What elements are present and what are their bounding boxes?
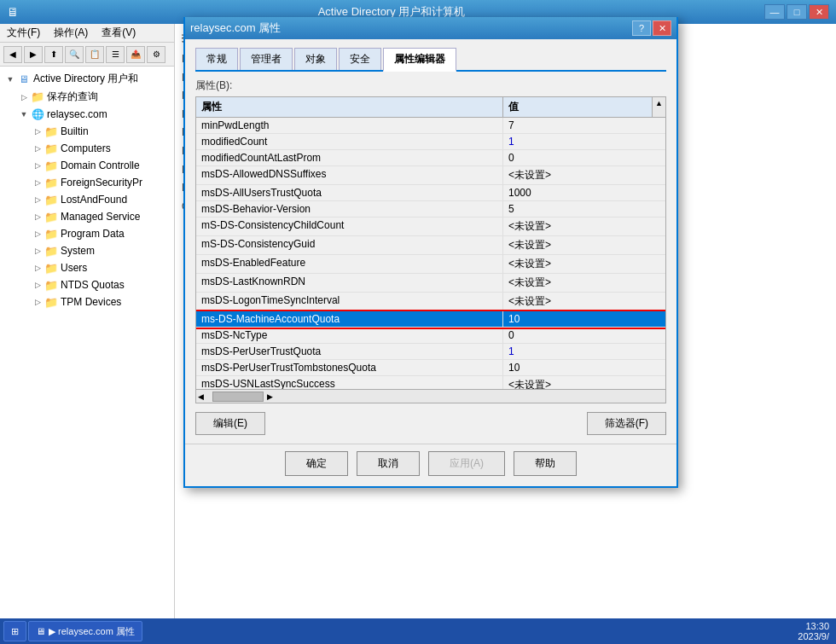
- attr-row-9[interactable]: msDS-LastKnownRDN<未设置>: [196, 274, 665, 293]
- tree-item-dc[interactable]: ▷ 📁 Domain Controlle: [0, 157, 174, 174]
- scroll-thumb[interactable]: [212, 392, 264, 402]
- edit-button[interactable]: 编辑(E): [195, 412, 265, 435]
- dialog-title-text: relaysec.com 属性: [190, 20, 281, 36]
- tab-security[interactable]: 安全: [339, 48, 381, 70]
- attr-name-14: msDS-PerUserTrustTombstonesQuota: [196, 360, 503, 375]
- attr-name-3: msDS-AllowedDNSSuffixes: [196, 166, 503, 184]
- attr-row-1[interactable]: modifiedCount1: [196, 134, 665, 150]
- tree-item-builtin[interactable]: ▷ 📁 Builtin: [0, 123, 174, 140]
- attr-name-7: mS-DS-ConsistencyGuid: [196, 236, 503, 254]
- tree-item-saved[interactable]: ▷ 📁 保存的查询: [0, 88, 174, 106]
- attr-name-13: msDS-PerUserTrustQuota: [196, 344, 503, 359]
- tab-object[interactable]: 对象: [294, 48, 337, 70]
- attr-row-15[interactable]: msDS-USNLastSyncSuccess<未设置>: [196, 376, 665, 389]
- expander-builtin: ▷: [31, 125, 44, 138]
- properties-dialog: relaysec.com 属性 ? ✕ 常规 管理者 对象 安全 属性编辑器 属…: [183, 17, 678, 488]
- attr-value-5: 5: [503, 201, 665, 217]
- folder-system-icon: 📁: [44, 244, 58, 258]
- dialog-close-button[interactable]: ✕: [653, 20, 671, 36]
- expander-dc: ▷: [31, 159, 44, 172]
- back-button[interactable]: ◀: [3, 46, 22, 63]
- tree-item-tpm[interactable]: ▷ 📁 TPM Devices: [0, 293, 174, 310]
- taskbar-start[interactable]: ⊞: [3, 621, 26, 641]
- ok-button[interactable]: 确定: [285, 451, 348, 476]
- folder-saved-icon: 📁: [31, 90, 44, 104]
- attr-row-3[interactable]: msDS-AllowedDNSSuffixes<未设置>: [196, 166, 665, 185]
- tree-view: ▼ 🖥 Active Directory 用户和 ▷ 📁 保存的查询 ▼ 🌐 r…: [0, 67, 174, 618]
- tree-label-ntds: NTDS Quotas: [61, 279, 125, 291]
- attr-value-14: 10: [503, 360, 665, 375]
- properties-button[interactable]: ⚙: [147, 46, 165, 63]
- toolbar: ◀ ▶ ⬆ 🔍 📋 ☰ 📤 ⚙: [0, 43, 174, 67]
- tree-item-computers[interactable]: ▷ 📁 Computers: [0, 140, 174, 157]
- attr-row-12[interactable]: msDS-NcType0: [196, 328, 665, 344]
- menu-view[interactable]: 查看(V): [98, 26, 139, 40]
- attr-name-12: msDS-NcType: [196, 328, 503, 343]
- tree-item-domain[interactable]: ▼ 🌐 relaysec.com: [0, 106, 174, 123]
- attr-row-14[interactable]: msDS-PerUserTrustTombstonesQuota10: [196, 360, 665, 376]
- attr-row-6[interactable]: mS-DS-ConsistencyChildCount<未设置>: [196, 218, 665, 236]
- tree-item-users[interactable]: ▷ 📁 Users: [0, 259, 174, 276]
- tab-attribute-editor[interactable]: 属性编辑器: [383, 48, 456, 72]
- attr-row-13[interactable]: msDS-PerUserTrustQuota1: [196, 344, 665, 360]
- export-button[interactable]: 📤: [126, 46, 145, 63]
- attr-row-2[interactable]: modifiedCountAtLastProm0: [196, 150, 665, 166]
- folder-foreign-icon: 📁: [44, 176, 58, 189]
- minimize-button[interactable]: —: [764, 4, 785, 20]
- tree-item-programdata[interactable]: ▷ 📁 Program Data: [0, 225, 174, 242]
- maximize-button[interactable]: □: [787, 4, 807, 20]
- folder-programdata-icon: 📁: [44, 227, 58, 241]
- taskbar-app-icon: 🖥: [36, 626, 45, 636]
- tab-bar: 常规 管理者 对象 安全 属性编辑器: [195, 48, 666, 72]
- attr-row-11[interactable]: ms-DS-MachineAccountQuota10: [196, 311, 665, 328]
- tree-label-saved: 保存的查询: [47, 90, 98, 104]
- search-button[interactable]: 🔍: [65, 46, 84, 63]
- expander-tpm: ▷: [31, 295, 44, 309]
- tree-item-lost[interactable]: ▷ 📁 LostAndFound: [0, 191, 174, 208]
- attr-row-5[interactable]: msDS-Behavior-Version5: [196, 201, 665, 218]
- tree-root[interactable]: ▼ 🖥 Active Directory 用户和: [0, 70, 174, 88]
- attr-name-11: ms-DS-MachineAccountQuota: [196, 311, 503, 327]
- filter-button[interactable]: 筛选器(F): [587, 412, 666, 435]
- horizontal-scrollbar[interactable]: ◀ ▶: [196, 389, 665, 403]
- attr-value-11: 10: [503, 311, 665, 327]
- tab-general[interactable]: 常规: [195, 48, 238, 70]
- menu-file[interactable]: 文件(F): [3, 26, 44, 40]
- attr-name-9: msDS-LastKnownRDN: [196, 274, 503, 292]
- tree-label-dc: Domain Controlle: [61, 160, 140, 171]
- close-button[interactable]: ✕: [809, 4, 829, 20]
- attr-row-7[interactable]: mS-DS-ConsistencyGuid<未设置>: [196, 236, 665, 255]
- scroll-arrow-left[interactable]: ◀: [198, 392, 204, 401]
- attr-table-body[interactable]: minPwdLength7modifiedCount1modifiedCount…: [196, 118, 665, 389]
- attr-row-10[interactable]: msDS-LogonTimeSyncInterval<未设置>: [196, 293, 665, 311]
- tree-expander: ▼: [3, 73, 17, 86]
- tree-item-managed[interactable]: ▷ 📁 Managed Service: [0, 208, 174, 225]
- tree-button[interactable]: 📋: [85, 46, 104, 63]
- attr-row-0[interactable]: minPwdLength7: [196, 118, 665, 134]
- tree-item-system[interactable]: ▷ 📁 System: [0, 242, 174, 259]
- dialog-title-controls: ? ✕: [632, 20, 671, 36]
- taskbar-app-btn[interactable]: 🖥 ▶ relaysec.com 属性: [28, 621, 142, 641]
- start-icon: ⊞: [11, 626, 19, 637]
- scroll-arrow-up[interactable]: ▲: [652, 97, 665, 117]
- help-dialog-button[interactable]: 帮助: [514, 451, 577, 476]
- attr-value-9: <未设置>: [503, 274, 665, 292]
- up-button[interactable]: ⬆: [44, 46, 63, 63]
- scroll-arrow-right[interactable]: ▶: [267, 392, 273, 401]
- apply-button[interactable]: 应用(A): [428, 451, 505, 476]
- tree-label-system: System: [61, 245, 95, 257]
- forward-button[interactable]: ▶: [24, 46, 43, 63]
- tab-manager[interactable]: 管理者: [240, 48, 293, 70]
- tree-item-ntds[interactable]: ▷ 📁 NTDS Quotas: [0, 276, 174, 293]
- tree-label-domain: relaysec.com: [47, 108, 107, 120]
- menu-action[interactable]: 操作(A): [50, 26, 91, 40]
- attr-value-12: 0: [503, 328, 665, 343]
- attr-row-4[interactable]: msDS-AllUsersTrustQuota1000: [196, 185, 665, 201]
- attr-row-8[interactable]: msDS-EnabledFeature<未设置>: [196, 255, 665, 274]
- tree-item-foreign[interactable]: ▷ 📁 ForeignSecurityPr: [0, 174, 174, 191]
- date-display: 2023/9/: [798, 631, 829, 641]
- cancel-button[interactable]: 取消: [357, 451, 420, 476]
- folder-managed-icon: 📁: [44, 210, 58, 223]
- details-button[interactable]: ☰: [106, 46, 125, 63]
- dialog-help-button[interactable]: ?: [632, 20, 651, 36]
